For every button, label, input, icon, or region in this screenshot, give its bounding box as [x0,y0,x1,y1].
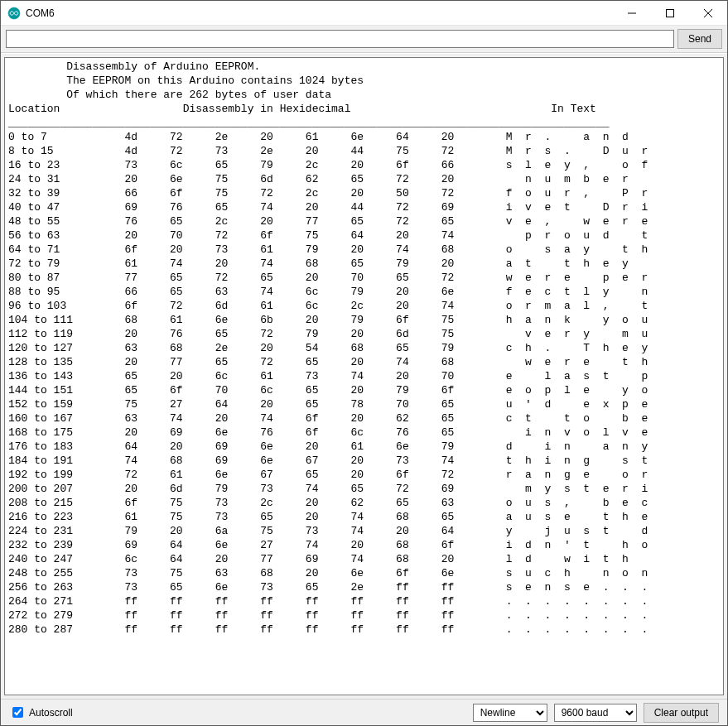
output-line: 264 to 271 ff ff ff ff ff ff ff ff . . .… [8,594,723,608]
output-line: 8 to 15 4d 72 73 2e 20 44 75 72 M r s . … [8,144,723,158]
send-button[interactable]: Send [677,29,722,49]
serial-monitor-window: COM6 Send Disassembly of Arduino EEPROM.… [0,0,728,726]
output-line: 232 to 239 69 64 6e 27 74 20 68 6f i d n… [8,538,723,552]
output-line: 256 to 263 73 65 6e 73 65 2e ff ff s e n… [8,580,723,594]
output-line: 64 to 71 6f 20 73 61 79 20 74 68 o s a y… [8,243,723,257]
output-line: 224 to 231 79 20 6a 75 73 74 20 64 y j u… [8,524,723,538]
svg-rect-2 [667,9,674,17]
maximize-button[interactable] [651,1,689,26]
output-line: Of which there are 262 bytes of user dat… [8,88,723,102]
output-line: 88 to 95 66 65 63 74 6c 79 20 6e f e c t… [8,285,723,299]
output-line: 56 to 63 20 70 72 6f 75 64 20 74 p r o u… [8,228,723,243]
content-wrap: Disassembly of Arduino EEPROM. The EEPRO… [1,53,727,699]
output-line: 184 to 191 74 68 69 6e 67 20 73 74 t h i… [8,454,723,468]
output-line: 72 to 79 61 74 20 74 68 65 79 20 a t t h… [8,257,723,271]
serial-output[interactable]: Disassembly of Arduino EEPROM. The EEPRO… [4,57,724,695]
output-line: 160 to 167 63 74 20 74 6f 20 62 65 c t t… [8,411,723,426]
output-line: 16 to 23 73 6c 65 79 2c 20 6f 66 s l e y… [8,158,723,172]
output-line: 240 to 247 6c 64 20 77 69 74 68 20 l d w… [8,552,723,566]
output-line: 208 to 215 6f 75 73 2c 20 62 65 63 o u s… [8,496,723,510]
output-line: 40 to 47 69 76 65 74 20 44 72 69 i v e t… [8,200,723,214]
output-line: 136 to 143 65 20 6c 61 73 74 20 70 e l a… [8,369,723,383]
output-line: Location Disassembly in Hexidecimal In T… [8,102,723,116]
close-button[interactable] [689,1,727,26]
line-ending-select[interactable]: No line endingNewlineCarriage returnBoth… [473,704,547,722]
output-line: Disassembly of Arduino EEPROM. [8,60,723,74]
output-line: 24 to 31 20 6e 75 6d 62 65 72 20 n u m b… [8,172,723,186]
output-line: 216 to 223 61 75 73 65 20 74 68 65 a u s… [8,510,723,524]
output-line: ________________________________________… [8,116,723,130]
clear-output-button[interactable]: Clear output [644,703,719,723]
output-line: 176 to 183 64 20 69 6e 20 61 6e 79 d i n… [8,440,723,454]
output-line: The EEPROM on this Arduino contains 1024… [8,74,723,88]
output-line: 96 to 103 6f 72 6d 61 6c 2c 20 74 o r m … [8,299,723,313]
minimize-button[interactable] [613,1,651,26]
output-line: 248 to 255 73 75 63 68 20 6e 6f 6e s u c… [8,566,723,580]
output-line: 200 to 207 20 6d 79 73 74 65 72 69 m y s… [8,482,723,496]
output-line: 168 to 175 20 69 6e 76 6f 6c 76 65 i n v… [8,426,723,440]
autoscroll-label[interactable]: Autoscroll [9,704,73,720]
output-line: 192 to 199 72 61 6e 67 65 20 6f 72 r a n… [8,468,723,482]
titlebar: COM6 [1,1,727,26]
output-line: 104 to 111 68 61 6e 6b 20 79 6f 75 h a n… [8,313,723,327]
output-line: 32 to 39 66 6f 75 72 2c 20 50 72 f o u r… [8,186,723,200]
send-input[interactable] [6,30,674,48]
window-title: COM6 [26,7,55,19]
output-line: 120 to 127 63 68 2e 20 54 68 65 79 c h .… [8,341,723,355]
output-line: 80 to 87 77 65 72 65 20 70 65 72 w e r e… [8,271,723,285]
baud-select[interactable]: 300 baud1200 baud2400 baud4800 baud9600 … [554,704,637,722]
output-line: 152 to 159 75 27 64 20 65 78 70 65 u ' d… [8,397,723,411]
footer: Autoscroll No line endingNewlineCarriage… [1,699,727,725]
autoscroll-checkbox[interactable] [12,707,23,718]
output-line: 112 to 119 20 76 65 72 79 20 6d 75 v e r… [8,327,723,341]
output-line: 280 to 287 ff ff ff ff ff ff ff ff . . .… [8,623,723,637]
output-line: 128 to 135 20 77 65 72 65 20 74 68 w e r… [8,355,723,369]
output-line: 144 to 151 65 6f 70 6c 65 20 79 6f e o p… [8,383,723,397]
send-toolbar: Send [1,26,727,53]
arduino-icon [7,7,21,20]
output-line: 272 to 279 ff ff ff ff ff ff ff ff . . .… [8,608,723,623]
output-line: 0 to 7 4d 72 2e 20 61 6e 64 20 M r . a n… [8,130,723,144]
output-line: 48 to 55 76 65 2c 20 77 65 72 65 v e , w… [8,214,723,228]
